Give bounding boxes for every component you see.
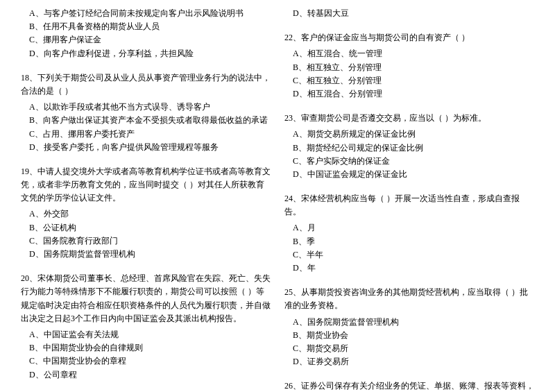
q23-option-c: C、客户实际交纳的保证金 <box>284 155 534 168</box>
question-24: 24、宋体经营机构应当每（ ）开展一次适当性自查，形成自查报告。 A、月 B、季… <box>284 192 534 275</box>
q20-option-a: A、中国证监会有关法规 <box>21 328 271 341</box>
question-23: 23、审查期货公司是否遵交交易，应当以（ ）为标准。 A、期货交易所规定的保证金… <box>284 112 534 181</box>
q25-option-a: A、国务院期货监督管理机构 <box>284 316 534 329</box>
q24-option-d: D、年 <box>284 262 534 275</box>
q18-option-b: B、向客户做出保证其资产本金不受损失或者取得最低收益的承诺 <box>21 114 271 127</box>
question-25: 25、从事期货投资咨询业务的其他期货经营机构，应当取得（ ）批准的业务资格。 A… <box>284 286 534 368</box>
option-b-17: B、任用不具备资格的期货从业人员 <box>21 20 271 33</box>
question-22: 22、客户的保证金应当与期货公司的自有资产（ ） A、相互混合、统一管理 B、相… <box>284 31 534 101</box>
q24-option-a: A、月 <box>284 221 534 235</box>
page-content: A、与客户签订经纪合同前未按规定向客户出示风险说明书 B、任用不具备资格的期货从… <box>21 7 534 392</box>
q22-option-b: B、相互独立、分别管理 <box>284 61 534 74</box>
q20-option-b: B、中国期货业协会的自律规则 <box>21 341 271 355</box>
q19-option-b: B、公证机构 <box>21 221 271 235</box>
question-19: 19、中请人提交境外大学或者高等教育机构学位证书或者高等教育文凭，或者非学历教育… <box>21 165 271 261</box>
q18-option-a: A、以欺诈手段或者其他不当方式误导、诱导客户 <box>21 101 271 114</box>
q19-option-c: C、国务院教育行政部门 <box>21 235 271 248</box>
question-22-text: 22、客户的保证金应当与期货公司的自有资产（ ） <box>284 31 534 44</box>
question-25-text: 25、从事期货投资咨询业务的其他期货经营机构，应当取得（ ）批准的业务资格。 <box>284 286 534 312</box>
q20-option-c: C、中国期货业协会的章程 <box>21 355 271 368</box>
question-18: 18、下列关于期货公司及从业人员从事资产管理业务行为的说法中，合法的是（ ） A… <box>21 71 271 154</box>
question-20-text: 20、宋体期货公司董事长、总经理、首席风险官在失踪、死亡、失失行为能力等特殊情形… <box>21 272 271 325</box>
question-19-text: 19、中请人提交境外大学或者高等教育机构学位证书或者高等教育文凭，或者非学历教育… <box>21 165 271 205</box>
q25-option-b: B、期货业协会 <box>284 329 534 342</box>
q23-option-a: A、期货交易所规定的保证金比例 <box>284 128 534 141</box>
q24-option-b: B、季 <box>284 235 534 248</box>
q18-option-c: C、占用、挪用客户委托资产 <box>21 128 271 141</box>
question-20: 20、宋体期货公司董事长、总经理、首席风险官在失踪、死亡、失失行为能力等特殊情形… <box>21 272 271 382</box>
q21-option-d-block: D、转基因大豆 <box>284 7 534 20</box>
question-23-text: 23、审查期货公司是否遵交交易，应当以（ ）为标准。 <box>284 112 534 125</box>
q22-option-a: A、相互混合、统一管理 <box>284 47 534 60</box>
columns-container: A、与客户签订经纪合同前未按规定向客户出示风险说明书 B、任用不具备资格的期货从… <box>21 7 534 392</box>
option-d-17: D、向客户作虚利促进，分享利益，共担风险 <box>21 47 271 60</box>
q19-option-a: A、外交部 <box>21 207 271 221</box>
question-24-text: 24、宋体经营机构应当每（ ）开展一次适当性自查，形成自查报告。 <box>284 192 534 219</box>
q25-option-c: C、期货交易所 <box>284 342 534 355</box>
option-a-17: A、与客户签订经纪合同前未按规定向客户出示风险说明书 <box>21 7 271 20</box>
q17-extra-options: A、与客户签订经纪合同前未按规定向客户出示风险说明书 B、任用不具备资格的期货从… <box>21 7 271 60</box>
q21-option-d: D、转基因大豆 <box>284 7 534 20</box>
q24-option-c: C、半年 <box>284 248 534 262</box>
question-26: 26、证券公司保存有关介绍业务的凭证、单据、账簿、报表等资料，不少于（ ） A、… <box>284 380 534 392</box>
q19-option-d: D、国务院期货监督管理机构 <box>21 248 271 261</box>
question-26-text: 26、证券公司保存有关介绍业务的凭证、单据、账簿、报表等资料，不少于（ ） <box>284 380 534 392</box>
q18-option-d: D、接受客户委托，向客户提供风险管理规程等服务 <box>21 141 271 154</box>
question-18-text: 18、下列关于期货公司及从业人员从事资产管理业务行为的说法中，合法的是（ ） <box>21 71 271 98</box>
option-c-17: C、挪用客户保证金 <box>21 33 271 46</box>
q20-option-d: D、公司章程 <box>21 368 271 382</box>
q25-option-d: D、证券交易所 <box>284 355 534 368</box>
q23-option-d: D、中国证监会规定的保证金比 <box>284 168 534 181</box>
q22-option-d: D、相互混合、分别管理 <box>284 87 534 101</box>
q22-option-c: C、相互独立、分别管理 <box>284 74 534 87</box>
left-column: A、与客户签订经纪合同前未按规定向客户出示风险说明书 B、任用不具备资格的期货从… <box>21 7 271 392</box>
right-column: D、转基因大豆 22、客户的保证金应当与期货公司的自有资产（ ） A、相互混合、… <box>284 7 534 392</box>
q23-option-b: B、期货经纪公司规定的保证金比例 <box>284 142 534 155</box>
